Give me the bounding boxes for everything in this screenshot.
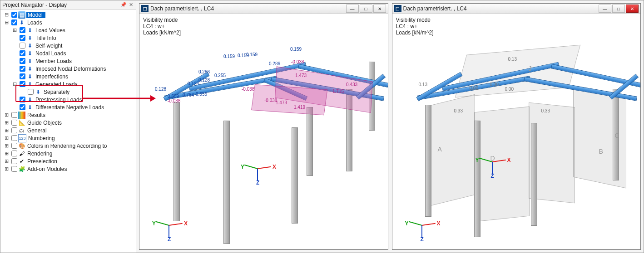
toggle-icon	[11, 97, 18, 103]
close-button[interactable]: ✕	[626, 5, 639, 13]
tree-label[interactable]: Separately	[43, 89, 70, 95]
tree-label[interactable]: Model	[26, 12, 45, 18]
tree-item-colors[interactable]: ⊞🎨Colors in Rendering According to	[0, 142, 136, 150]
axis-gizmo: X Y Z	[476, 146, 508, 177]
tree-label[interactable]: Title Info	[35, 35, 57, 41]
toggle-icon[interactable]: ⊞	[11, 27, 18, 34]
checkbox[interactable]	[20, 66, 25, 72]
tree-item-general[interactable]: ⊞🗂General	[0, 126, 136, 134]
toggle-icon[interactable]: ⊞	[3, 120, 10, 126]
toggle-icon[interactable]: ⊞	[3, 127, 10, 134]
tree-label[interactable]: Nodal Loads	[35, 50, 67, 57]
toggle-icon[interactable]: ⊞	[3, 151, 10, 157]
load-value: 1.473	[276, 100, 287, 105]
tree-label[interactable]: Prestressing Loads	[35, 97, 83, 103]
load-value: 0.00	[470, 86, 478, 91]
tree-label[interactable]: Add-on Modules	[26, 166, 68, 172]
tree-label[interactable]: Results	[26, 112, 46, 118]
tree-item-prestress[interactable]: ⬇Prestressing Loads	[0, 96, 136, 103]
checkbox[interactable]	[11, 166, 17, 172]
tree-label[interactable]: Rendering	[26, 151, 53, 157]
checkbox[interactable]	[11, 12, 17, 18]
toggle-icon	[11, 104, 18, 111]
checkbox[interactable]	[20, 35, 25, 41]
tree-item-rendering[interactable]: ⊞🖌Rendering	[0, 150, 136, 157]
tree-item-guide[interactable]: ⊞📐Guide Objects	[0, 119, 136, 126]
checkbox[interactable]	[11, 127, 17, 133]
tree-item-genloads[interactable]: ⊟⬇Generated Loads	[0, 80, 136, 88]
tree-item-addon[interactable]: ⊞🧩Add-on Modules	[0, 165, 136, 173]
tree-label[interactable]: Guide Objects	[26, 120, 63, 126]
checkbox[interactable]	[20, 43, 25, 49]
toggle-icon[interactable]: ⊟	[11, 81, 18, 88]
load-icon: ⬇	[26, 73, 34, 80]
load-value: 1.419	[294, 105, 305, 110]
tree-item-loadvalues[interactable]: ⊞⬇Load Values	[0, 26, 136, 34]
checkbox[interactable]	[28, 89, 34, 95]
tree-label[interactable]: Member Loads	[35, 58, 73, 64]
tree-label[interactable]: Load Values	[35, 27, 66, 34]
load-icon: ⬇	[26, 58, 34, 65]
minimize-button[interactable]: —	[346, 5, 359, 13]
tree-label[interactable]: General	[26, 127, 48, 134]
close-button[interactable]: ✕	[373, 5, 386, 13]
pin-icon[interactable]: 📌	[120, 2, 127, 8]
toggle-icon[interactable]: ⊞	[3, 166, 10, 172]
tree-label[interactable]: Colors in Rendering According to	[26, 143, 108, 149]
checkbox[interactable]	[20, 104, 25, 110]
tree-item-titleinfo[interactable]: ⬇Title Info	[0, 34, 136, 42]
toggle-icon[interactable]: ⊞	[3, 135, 10, 141]
maximize-button[interactable]: □	[612, 5, 625, 13]
toggle-icon[interactable]: ⊞	[3, 143, 10, 149]
close-icon[interactable]: ✕	[128, 2, 134, 8]
tree-label[interactable]: Differentiate Negative Loads	[35, 104, 105, 111]
minimize-button[interactable]: —	[599, 5, 611, 13]
tree-item-imposed[interactable]: ⬇Imposed Nodal Deformations	[0, 65, 136, 73]
tree-item-nodalloads[interactable]: ⬇Nodal Loads	[0, 49, 136, 57]
addon-icon: 🧩	[18, 165, 25, 173]
checkbox[interactable]	[11, 120, 17, 126]
tree-item-presel[interactable]: ⊞✔Preselection	[0, 157, 136, 165]
checkbox[interactable]	[11, 158, 17, 164]
tree-label[interactable]: Preselection	[26, 158, 58, 165]
tree-item-loads[interactable]: ⊟⬇Loads	[0, 19, 136, 26]
tree-item-model[interactable]: ⊟▤Model	[0, 11, 136, 19]
checkbox[interactable]	[11, 143, 17, 149]
column	[292, 127, 298, 224]
checkbox[interactable]	[20, 27, 25, 33]
checkbox[interactable]	[20, 73, 25, 79]
load-icon: ⬇	[26, 104, 34, 111]
tree-item-selfweight[interactable]: ⬇Self-weight	[0, 42, 136, 49]
checkbox[interactable]	[11, 151, 17, 156]
checkbox[interactable]	[11, 19, 17, 25]
load-value: -0.038	[168, 98, 180, 103]
maximize-button[interactable]: □	[360, 5, 372, 13]
checkbox[interactable]	[20, 50, 25, 56]
toggle-icon[interactable]: ⊟	[3, 19, 10, 26]
tree-item-separately[interactable]: ⬇Separately	[0, 88, 136, 96]
checkbox[interactable]	[20, 58, 25, 64]
toggle-icon[interactable]: ⊞	[3, 112, 10, 118]
load-icon: ⬇	[35, 88, 42, 96]
checkbox[interactable]	[11, 135, 17, 141]
tree-label[interactable]: Generated Loads	[35, 81, 79, 88]
toggle-icon[interactable]: ⊞	[3, 158, 10, 165]
checkbox[interactable]	[20, 81, 25, 87]
tree-item-numbering[interactable]: ⊞123Numbering	[0, 134, 136, 142]
toggle-icon[interactable]: ⊟	[3, 12, 10, 18]
tree-item-diffneg[interactable]: ⬇Differentiate Negative Loads	[0, 103, 136, 111]
load-value: 0.255	[214, 73, 226, 78]
load-value: 0.13	[419, 82, 427, 87]
tree-label[interactable]: Imposed Nodal Deformations	[35, 66, 107, 72]
tree-label[interactable]: Self-weight	[35, 43, 63, 49]
tree-label[interactable]: Imperfections	[35, 73, 69, 80]
tree-item-imperf[interactable]: ⬇Imperfections	[0, 73, 136, 80]
tree-item-memberloads[interactable]: ⬇Member Loads	[0, 57, 136, 65]
tree-label[interactable]: Loads	[26, 19, 43, 26]
toggle-icon	[11, 73, 18, 80]
load-value: 0.00	[490, 82, 499, 87]
checkbox[interactable]	[11, 112, 17, 118]
tree-item-results[interactable]: ⊞Results	[0, 111, 136, 119]
tree-label[interactable]: Numbering	[27, 135, 56, 141]
checkbox[interactable]	[20, 97, 25, 102]
